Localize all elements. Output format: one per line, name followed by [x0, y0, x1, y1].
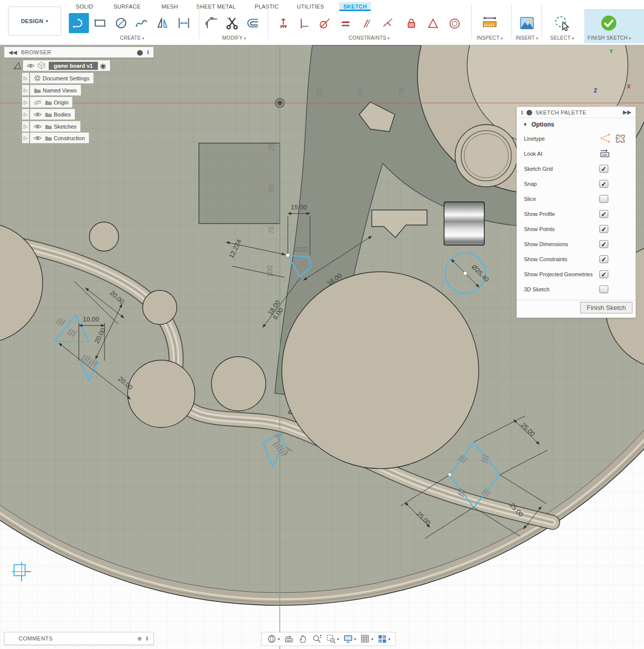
- browser-item-label[interactable]: Document Settings: [43, 75, 89, 81]
- palette-handle-icon[interactable]: ‖: [521, 110, 523, 116]
- dropdown-caret-icon[interactable]: ▾: [354, 637, 356, 641]
- section-caret-icon[interactable]: ▼: [523, 122, 527, 127]
- browser-item-label[interactable]: Construction: [54, 135, 85, 141]
- concentric-constraint-button[interactable]: [445, 15, 464, 32]
- offset-tool-button[interactable]: [242, 13, 262, 33]
- constraints-group-label[interactable]: CONSTRAINTS: [349, 35, 390, 41]
- add-comment-icon[interactable]: ⊕: [137, 635, 142, 642]
- construction-linetype-icon[interactable]: [599, 133, 610, 144]
- browser-remove-icon[interactable]: ⬤: [137, 49, 143, 56]
- coincident-constraint-button[interactable]: [274, 15, 293, 32]
- sketch-grid-checkbox[interactable]: [599, 165, 608, 173]
- browser-item-label[interactable]: Sketches: [54, 124, 76, 130]
- visibility-eye-icon[interactable]: [34, 112, 42, 118]
- slice-checkbox[interactable]: [599, 195, 608, 203]
- orbit-button[interactable]: ▾: [267, 634, 280, 644]
- circle-tool-button[interactable]: [111, 13, 131, 33]
- ring-piece[interactable]: [455, 125, 517, 187]
- root-component-label[interactable]: game board v1: [49, 62, 98, 70]
- tab-utilities[interactable]: UTILITIES: [293, 2, 328, 11]
- expand-caret-icon[interactable]: ▷: [22, 73, 29, 83]
- visibility-eye-icon[interactable]: [34, 135, 42, 141]
- show-profile-checkbox[interactable]: [599, 210, 608, 218]
- expand-caret-icon[interactable]: ▷: [22, 85, 29, 95]
- show-projected-geometries-checkbox[interactable]: [599, 270, 608, 278]
- palette-finish-sketch-button[interactable]: Finish Sketch: [580, 302, 632, 313]
- display-settings-button[interactable]: ▾: [343, 634, 356, 644]
- modify-group-label[interactable]: MODIFY: [222, 35, 246, 41]
- 3d-sketch-checkbox[interactable]: [599, 285, 608, 293]
- palette-collapse-icon[interactable]: ▶▶: [623, 109, 631, 116]
- measure-tool-button[interactable]: [480, 13, 500, 33]
- comments-bar[interactable]: COMMENTS ⊕ ‖: [4, 632, 154, 645]
- fillet-tool-button[interactable]: [202, 13, 222, 33]
- expand-caret-icon[interactable]: ▷: [22, 97, 29, 107]
- insert-group-label[interactable]: INSERT: [515, 35, 538, 41]
- spline-tool-button[interactable]: [132, 13, 152, 33]
- inspect-group-label[interactable]: INSPECT: [477, 35, 503, 41]
- options-section-header[interactable]: ▼ Options: [517, 118, 635, 131]
- square-pocket[interactable]: [199, 143, 280, 224]
- browser-handle-icon[interactable]: ‖: [147, 49, 149, 55]
- look-at-button[interactable]: [284, 634, 294, 644]
- perpendicular-constraint-button[interactable]: [378, 15, 397, 32]
- visibility-eye-icon[interactable]: [27, 63, 35, 69]
- workspace-switcher[interactable]: DESIGN: [8, 7, 61, 36]
- dropdown-caret-icon[interactable]: ▾: [337, 637, 339, 641]
- browser-item-label[interactable]: Named Views: [43, 87, 77, 93]
- show-constraints-checkbox[interactable]: [599, 255, 608, 263]
- fit-button[interactable]: ▾: [326, 634, 339, 644]
- projected-linetype-icon[interactable]: [614, 133, 625, 144]
- tab-plastic[interactable]: PLASTIC: [251, 2, 283, 11]
- look-at-icon[interactable]: [599, 148, 610, 159]
- tangent-constraint-button[interactable]: [315, 15, 334, 32]
- rectangle-tool-button[interactable]: [90, 13, 110, 33]
- browser-item-document-settings[interactable]: ▷ Document Settings: [22, 73, 93, 83]
- expand-caret-icon[interactable]: ▷: [22, 121, 29, 132]
- create-group-label[interactable]: CREATE: [120, 35, 144, 41]
- grid-snap-button[interactable]: ▾: [360, 634, 373, 644]
- dropdown-caret-icon[interactable]: ▾: [278, 637, 280, 641]
- tab-surface[interactable]: SURFACE: [110, 2, 145, 11]
- tab-sketch[interactable]: SKETCH: [339, 2, 371, 11]
- insert-image-button[interactable]: [517, 13, 537, 33]
- trim-tool-button[interactable]: [222, 13, 242, 33]
- browser-item-construction[interactable]: ▷ Construction: [22, 133, 89, 143]
- browser-item-label[interactable]: Bodies: [54, 112, 71, 118]
- viewports-button[interactable]: ▾: [377, 634, 390, 644]
- parallel-constraint-button[interactable]: [357, 15, 376, 32]
- expand-caret-icon[interactable]: ▷: [22, 133, 29, 143]
- show-points-checkbox[interactable]: [599, 225, 608, 233]
- select-group-label[interactable]: SELECT: [550, 35, 574, 41]
- dropdown-caret-icon[interactable]: ▾: [388, 637, 390, 641]
- visibility-off-eye-icon[interactable]: [34, 99, 42, 105]
- pan-button[interactable]: [298, 634, 308, 644]
- sketch-dimension-button[interactable]: [174, 13, 194, 33]
- activate-radio-icon[interactable]: ◉: [100, 62, 106, 70]
- midpoint-constraint-button[interactable]: [423, 15, 443, 32]
- browser-item-label[interactable]: Origin: [54, 99, 68, 105]
- fix-constraint-button[interactable]: [402, 15, 421, 32]
- collapse-panel-icon[interactable]: ◀◀: [9, 49, 17, 56]
- zoom-button[interactable]: [312, 634, 322, 644]
- select-tool-button[interactable]: [552, 13, 572, 33]
- finish-sketch-button[interactable]: [599, 13, 619, 33]
- browser-item-bodies[interactable]: ▷ Bodies: [22, 109, 75, 120]
- browser-root-row[interactable]: game board v1 ◉: [13, 60, 110, 71]
- dropdown-caret-icon[interactable]: ▾: [371, 637, 373, 641]
- line-tool-button[interactable]: [69, 13, 89, 33]
- mirror-tool-button[interactable]: [153, 13, 173, 33]
- tab-mesh[interactable]: MESH: [158, 2, 182, 11]
- browser-item-named-views[interactable]: ▷ Named Views: [22, 85, 81, 95]
- palette-remove-icon[interactable]: ⬤: [526, 109, 532, 116]
- browser-item-sketches[interactable]: ▷ Sketches: [22, 121, 80, 132]
- browser-header[interactable]: ◀◀ BROWSER ⬤ ‖: [4, 47, 154, 58]
- tab-solid[interactable]: SOLID: [72, 2, 97, 11]
- equal-constraint-button[interactable]: [336, 15, 355, 32]
- expand-caret-icon[interactable]: ▷: [22, 109, 29, 120]
- cylinder-body[interactable]: [444, 202, 484, 245]
- browser-item-origin[interactable]: ▷ Origin: [22, 97, 72, 107]
- vertical-horizontal-constraint-button[interactable]: [294, 15, 313, 32]
- palette-header[interactable]: ‖ ⬤ SKETCH PALETTE ▶▶: [517, 107, 635, 118]
- show-dimensions-checkbox[interactable]: [599, 240, 608, 248]
